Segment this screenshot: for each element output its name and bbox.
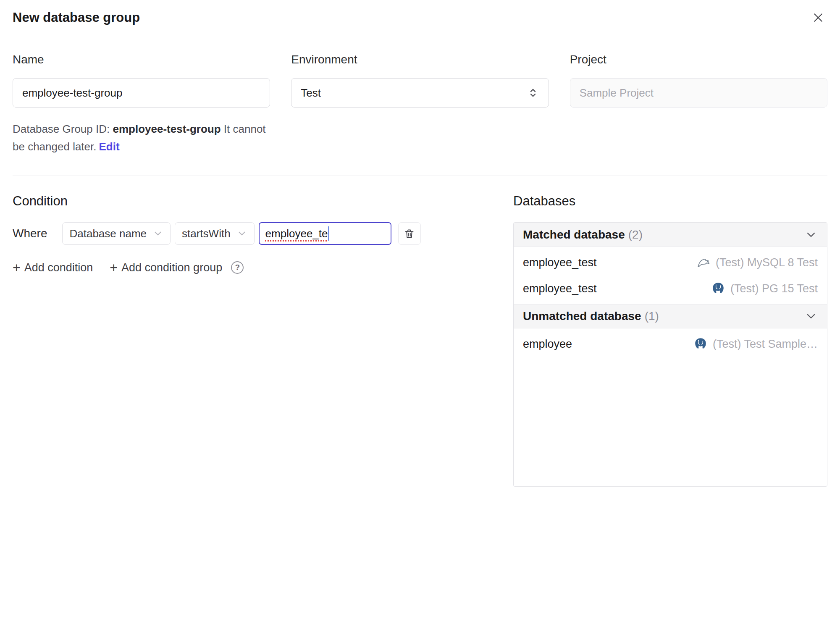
condition-section: Condition Where Database name startsWith… xyxy=(13,194,488,487)
unmatched-database-count: (1) xyxy=(645,310,659,323)
database-instance: (Test) MySQL 8 Test xyxy=(696,255,818,270)
condition-title: Condition xyxy=(13,194,488,209)
trash-icon xyxy=(404,228,415,239)
database-instance: (Test) PG 15 Test xyxy=(711,281,818,296)
mysql-icon xyxy=(696,255,711,270)
project-field-group: Project Sample Project xyxy=(570,53,827,155)
close-button[interactable] xyxy=(809,8,827,27)
environment-selected-value: Test xyxy=(301,87,321,100)
database-name: employee_test xyxy=(523,256,597,269)
project-input[interactable]: Sample Project xyxy=(570,78,827,108)
chevrons-up-down-icon xyxy=(527,87,539,99)
hint-group-id: employee-test-group xyxy=(113,123,220,135)
chevron-down-icon xyxy=(236,228,247,239)
add-condition-group-label: Add condition group xyxy=(121,261,222,274)
condition-value-input[interactable]: employee_te xyxy=(259,222,391,245)
name-field-group: Name Database Group ID: employee-test-gr… xyxy=(13,53,270,155)
environment-label: Environment xyxy=(291,53,549,66)
databases-panel: Matched database(2) employee_test (Test)… xyxy=(513,222,827,487)
matched-database-label: Matched database xyxy=(523,228,625,241)
condition-value-text: employee_te xyxy=(265,227,328,240)
matched-database-header[interactable]: Matched database(2) xyxy=(514,223,827,247)
instance-label: (Test) Test Sample… xyxy=(713,338,818,351)
condition-field-select[interactable]: Database name xyxy=(62,222,171,245)
database-instance: (Test) Test Sample… xyxy=(693,337,818,351)
unmatched-database-header[interactable]: Unmatched database(1) xyxy=(514,304,827,328)
plus-icon: + xyxy=(110,261,118,274)
condition-actions: + Add condition + Add condition group ? xyxy=(13,261,488,274)
close-icon xyxy=(812,11,824,24)
condition-operator-value: startsWith xyxy=(182,227,231,240)
name-label: Name xyxy=(13,53,270,66)
hint-prefix: Database Group ID: xyxy=(13,123,113,135)
chevron-down-icon xyxy=(152,228,163,239)
instance-label: (Test) PG 15 Test xyxy=(730,282,818,295)
databases-section: Databases Matched database(2) employee_t… xyxy=(513,194,827,487)
content-area: Condition Where Database name startsWith… xyxy=(0,176,840,487)
dialog-title: New database group xyxy=(13,10,140,25)
database-row: employee (Test) Test Sample… xyxy=(514,331,827,357)
condition-operator-select[interactable]: startsWith xyxy=(175,222,255,245)
dialog-header: New database group xyxy=(0,0,840,35)
new-database-group-dialog: New database group Name Database Group I… xyxy=(0,0,840,487)
databases-title: Databases xyxy=(513,194,827,209)
form-section: Name Database Group ID: employee-test-gr… xyxy=(0,35,840,155)
environment-select[interactable]: Test xyxy=(291,78,549,108)
project-selected-value: Sample Project xyxy=(580,87,654,100)
matched-database-count: (2) xyxy=(628,228,643,241)
unmatched-database-label: Unmatched database xyxy=(523,310,641,323)
where-label: Where xyxy=(13,227,47,240)
chevron-down-icon xyxy=(804,228,818,242)
instance-label: (Test) MySQL 8 Test xyxy=(716,256,818,269)
text-caret xyxy=(328,226,329,241)
database-row: employee_test (Test) PG 15 Test xyxy=(514,276,827,302)
matched-database-heading: Matched database(2) xyxy=(523,228,643,242)
add-condition-label: Add condition xyxy=(24,261,93,274)
chevron-down-icon xyxy=(804,310,818,323)
unmatched-database-rows: employee (Test) Test Sample… xyxy=(514,328,827,360)
add-condition-group-button[interactable]: + Add condition group ? xyxy=(110,261,244,274)
plus-icon: + xyxy=(13,261,21,274)
group-id-hint: Database Group ID: employee-test-group I… xyxy=(13,120,270,155)
help-icon[interactable]: ? xyxy=(231,261,244,274)
matched-database-rows: employee_test (Test) MySQL 8 Test employ… xyxy=(514,247,827,304)
project-label: Project xyxy=(570,53,827,66)
unmatched-database-heading: Unmatched database(1) xyxy=(523,310,659,323)
condition-field-value: Database name xyxy=(69,227,147,240)
name-input[interactable] xyxy=(13,78,270,108)
postgresql-icon xyxy=(711,281,725,296)
edit-link[interactable]: Edit xyxy=(99,140,120,153)
condition-row: Where Database name startsWith employee_… xyxy=(13,222,488,245)
database-name: employee xyxy=(523,338,572,351)
delete-condition-button[interactable] xyxy=(398,222,421,245)
database-row: employee_test (Test) MySQL 8 Test xyxy=(514,249,827,276)
postgresql-icon xyxy=(693,337,708,351)
environment-field-group: Environment Test xyxy=(291,53,549,155)
database-name: employee_test xyxy=(523,282,597,295)
add-condition-button[interactable]: + Add condition xyxy=(13,261,93,274)
